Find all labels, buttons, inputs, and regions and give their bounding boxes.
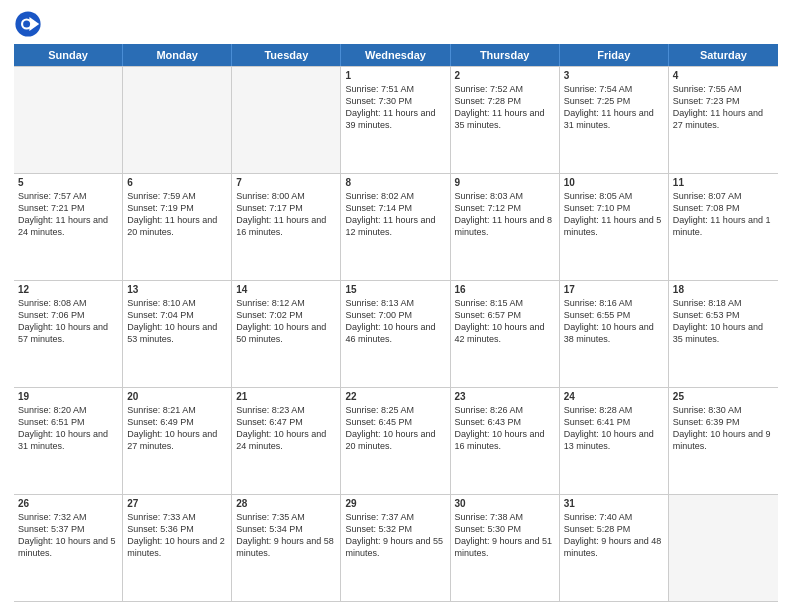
day-cell-21: 21Sunrise: 8:23 AMSunset: 6:47 PMDayligh… [232, 388, 341, 494]
daylight-text: Daylight: 10 hours and 2 minutes. [127, 535, 227, 559]
sunset-text: Sunset: 6:39 PM [673, 416, 774, 428]
day-number: 31 [564, 498, 664, 509]
daylight-text: Daylight: 11 hours and 31 minutes. [564, 107, 664, 131]
day-cell-7: 7Sunrise: 8:00 AMSunset: 7:17 PMDaylight… [232, 174, 341, 280]
daylight-text: Daylight: 10 hours and 53 minutes. [127, 321, 227, 345]
day-number: 7 [236, 177, 336, 188]
sunrise-text: Sunrise: 7:54 AM [564, 83, 664, 95]
day-cell-18: 18Sunrise: 8:18 AMSunset: 6:53 PMDayligh… [669, 281, 778, 387]
sunrise-text: Sunrise: 7:35 AM [236, 511, 336, 523]
sunset-text: Sunset: 7:25 PM [564, 95, 664, 107]
daylight-text: Daylight: 9 hours and 58 minutes. [236, 535, 336, 559]
sunrise-text: Sunrise: 8:20 AM [18, 404, 118, 416]
sunrise-text: Sunrise: 7:59 AM [127, 190, 227, 202]
sunrise-text: Sunrise: 8:30 AM [673, 404, 774, 416]
day-number: 25 [673, 391, 774, 402]
sunrise-text: Sunrise: 7:33 AM [127, 511, 227, 523]
sunset-text: Sunset: 7:23 PM [673, 95, 774, 107]
day-number: 8 [345, 177, 445, 188]
day-cell-11: 11Sunrise: 8:07 AMSunset: 7:08 PMDayligh… [669, 174, 778, 280]
day-number: 9 [455, 177, 555, 188]
sunset-text: Sunset: 7:06 PM [18, 309, 118, 321]
daylight-text: Daylight: 11 hours and 16 minutes. [236, 214, 336, 238]
day-cell-26: 26Sunrise: 7:32 AMSunset: 5:37 PMDayligh… [14, 495, 123, 601]
day-number: 21 [236, 391, 336, 402]
sunrise-text: Sunrise: 8:12 AM [236, 297, 336, 309]
day-number: 2 [455, 70, 555, 81]
day-number: 23 [455, 391, 555, 402]
day-number: 24 [564, 391, 664, 402]
calendar-header: SundayMondayTuesdayWednesdayThursdayFrid… [14, 44, 778, 66]
day-header-saturday: Saturday [669, 44, 778, 66]
calendar-row-2: 12Sunrise: 8:08 AMSunset: 7:06 PMDayligh… [14, 281, 778, 388]
daylight-text: Daylight: 11 hours and 12 minutes. [345, 214, 445, 238]
sunset-text: Sunset: 6:53 PM [673, 309, 774, 321]
day-number: 30 [455, 498, 555, 509]
day-number: 10 [564, 177, 664, 188]
sunset-text: Sunset: 6:45 PM [345, 416, 445, 428]
sunrise-text: Sunrise: 8:00 AM [236, 190, 336, 202]
daylight-text: Daylight: 10 hours and 5 minutes. [18, 535, 118, 559]
sunset-text: Sunset: 7:08 PM [673, 202, 774, 214]
sunset-text: Sunset: 5:32 PM [345, 523, 445, 535]
logo-icon [14, 10, 42, 38]
calendar-row-1: 5Sunrise: 7:57 AMSunset: 7:21 PMDaylight… [14, 174, 778, 281]
day-cell-2: 2Sunrise: 7:52 AMSunset: 7:28 PMDaylight… [451, 67, 560, 173]
sunset-text: Sunset: 7:02 PM [236, 309, 336, 321]
daylight-text: Daylight: 11 hours and 39 minutes. [345, 107, 445, 131]
day-number: 19 [18, 391, 118, 402]
sunset-text: Sunset: 5:34 PM [236, 523, 336, 535]
sunset-text: Sunset: 7:12 PM [455, 202, 555, 214]
day-number: 20 [127, 391, 227, 402]
sunrise-text: Sunrise: 7:52 AM [455, 83, 555, 95]
sunrise-text: Sunrise: 7:40 AM [564, 511, 664, 523]
day-cell-24: 24Sunrise: 8:28 AMSunset: 6:41 PMDayligh… [560, 388, 669, 494]
sunrise-text: Sunrise: 7:32 AM [18, 511, 118, 523]
day-cell-8: 8Sunrise: 8:02 AMSunset: 7:14 PMDaylight… [341, 174, 450, 280]
day-cell-23: 23Sunrise: 8:26 AMSunset: 6:43 PMDayligh… [451, 388, 560, 494]
daylight-text: Daylight: 10 hours and 50 minutes. [236, 321, 336, 345]
sunrise-text: Sunrise: 7:37 AM [345, 511, 445, 523]
sunrise-text: Sunrise: 7:57 AM [18, 190, 118, 202]
day-number: 13 [127, 284, 227, 295]
daylight-text: Daylight: 10 hours and 13 minutes. [564, 428, 664, 452]
sunrise-text: Sunrise: 8:08 AM [18, 297, 118, 309]
sunrise-text: Sunrise: 8:13 AM [345, 297, 445, 309]
daylight-text: Daylight: 10 hours and 42 minutes. [455, 321, 555, 345]
day-number: 6 [127, 177, 227, 188]
day-cell-13: 13Sunrise: 8:10 AMSunset: 7:04 PMDayligh… [123, 281, 232, 387]
daylight-text: Daylight: 10 hours and 24 minutes. [236, 428, 336, 452]
day-cell-30: 30Sunrise: 7:38 AMSunset: 5:30 PMDayligh… [451, 495, 560, 601]
day-cell-27: 27Sunrise: 7:33 AMSunset: 5:36 PMDayligh… [123, 495, 232, 601]
day-number: 3 [564, 70, 664, 81]
daylight-text: Daylight: 10 hours and 35 minutes. [673, 321, 774, 345]
sunrise-text: Sunrise: 7:51 AM [345, 83, 445, 95]
sunrise-text: Sunrise: 7:38 AM [455, 511, 555, 523]
daylight-text: Daylight: 11 hours and 35 minutes. [455, 107, 555, 131]
day-header-monday: Monday [123, 44, 232, 66]
sunset-text: Sunset: 5:30 PM [455, 523, 555, 535]
sunrise-text: Sunrise: 7:55 AM [673, 83, 774, 95]
day-cell-4: 4Sunrise: 7:55 AMSunset: 7:23 PMDaylight… [669, 67, 778, 173]
sunrise-text: Sunrise: 8:18 AM [673, 297, 774, 309]
sunrise-text: Sunrise: 8:21 AM [127, 404, 227, 416]
empty-cell [669, 495, 778, 601]
sunset-text: Sunset: 7:21 PM [18, 202, 118, 214]
daylight-text: Daylight: 10 hours and 16 minutes. [455, 428, 555, 452]
day-cell-5: 5Sunrise: 7:57 AMSunset: 7:21 PMDaylight… [14, 174, 123, 280]
day-number: 17 [564, 284, 664, 295]
sunset-text: Sunset: 5:36 PM [127, 523, 227, 535]
day-number: 12 [18, 284, 118, 295]
day-header-thursday: Thursday [451, 44, 560, 66]
day-cell-9: 9Sunrise: 8:03 AMSunset: 7:12 PMDaylight… [451, 174, 560, 280]
sunset-text: Sunset: 5:28 PM [564, 523, 664, 535]
daylight-text: Daylight: 10 hours and 20 minutes. [345, 428, 445, 452]
daylight-text: Daylight: 10 hours and 31 minutes. [18, 428, 118, 452]
logo [14, 10, 46, 38]
daylight-text: Daylight: 11 hours and 27 minutes. [673, 107, 774, 131]
day-number: 16 [455, 284, 555, 295]
sunset-text: Sunset: 6:43 PM [455, 416, 555, 428]
day-cell-3: 3Sunrise: 7:54 AMSunset: 7:25 PMDaylight… [560, 67, 669, 173]
day-cell-17: 17Sunrise: 8:16 AMSunset: 6:55 PMDayligh… [560, 281, 669, 387]
day-cell-16: 16Sunrise: 8:15 AMSunset: 6:57 PMDayligh… [451, 281, 560, 387]
